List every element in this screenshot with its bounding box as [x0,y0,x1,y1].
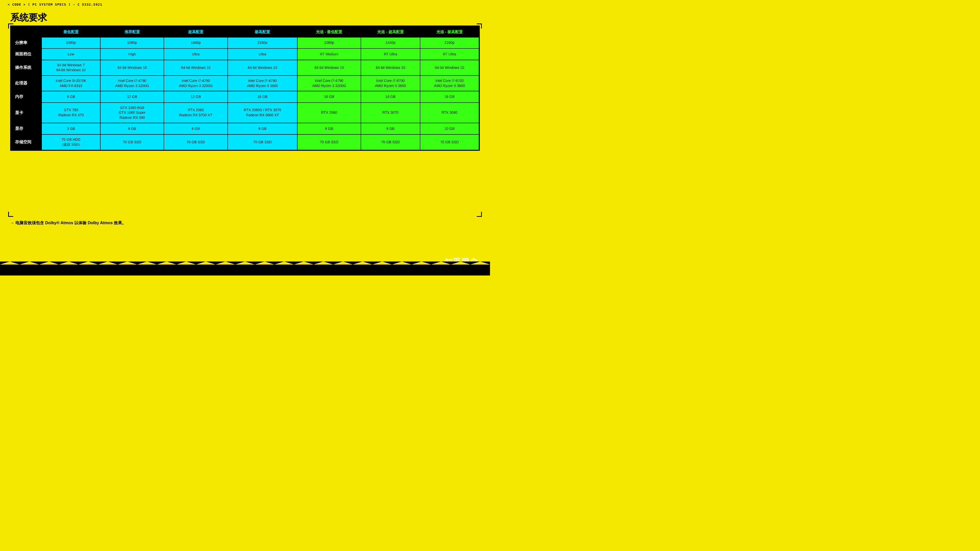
cell-4-0: 8 GB [41,91,100,102]
cell-2-4: 64-bit Windows 10 [298,60,361,76]
table-header-row: 最低配置 推荐配置 超高配置 极高配置 光追 - 最低配置 光追 - 超高配置 … [11,26,479,37]
cell-6-0: 3 GB [41,123,100,134]
row-label-0: 分辨率 [11,37,41,48]
table-row: 分辨率1080p1080p1440p2160p1080p1440p2160p [11,37,479,48]
cell-6-1: 6 GB [100,123,164,134]
cell-0-3: 2160p [228,37,298,48]
cell-0-1: 1080p [100,37,164,48]
cell-7-6: 70 GB SSD [420,135,479,150]
page-title: 系统要求 [10,11,47,24]
header-ultra: 超高配置 [164,26,228,37]
cell-7-5: 70 GB SSD [361,135,420,150]
table-row: 显存3 GB6 GB6 GB8 GB6 GB8 GB10 GB [11,123,479,134]
row-label-7: 存储空间 [11,135,41,150]
cell-7-3: 70 GB SSD [228,135,298,150]
table-row: 显卡GTX 780 Radeon RX 470GTX 1060 6GB GTX … [11,103,479,123]
cell-7-2: 70 GB SSD [164,135,228,150]
specs-table-container: 最低配置 推荐配置 超高配置 极高配置 光追 - 最低配置 光追 - 超高配置 … [10,25,480,151]
cell-1-5: RT Ultra [361,48,420,60]
cell-1-1: High [100,48,164,60]
header-recommended: 推荐配置 [100,26,164,37]
cell-3-4: Intel Core i7-4790 AMD Ryzen 3 3200G [298,76,361,91]
cell-6-6: 10 GB [420,123,479,134]
cell-2-2: 64-bit Windows 10 [164,60,228,76]
table-row: 处理器Intel Core i5-3570K AMD FX-8310Intel … [11,76,479,91]
row-label-2: 操作系统 [11,60,41,76]
header-rt-minimum: 光追 - 最低配置 [298,26,361,37]
table-row: 内存8 GB12 GB12 GB16 GB16 GB16 GB16 GB [11,91,479,102]
cell-6-3: 8 GB [228,123,298,134]
cell-2-5: 64-bit Windows 10 [361,60,420,76]
cell-4-2: 12 GB [164,91,228,102]
cell-0-4: 1080p [298,37,361,48]
row-label-4: 内存 [11,91,41,102]
cell-1-6: RT Ultra [420,48,479,60]
header-rt-extreme: 光追 - 极高配置 [420,26,479,37]
cell-7-1: 70 GB SSD [100,135,164,150]
cell-5-5: RTX 3070 [361,103,420,123]
cell-4-6: 16 GB [420,91,479,102]
specs-table: 最低配置 推荐配置 超高配置 极高配置 光追 - 最低配置 光追 - 超高配置 … [11,26,479,150]
cell-4-4: 16 GB [298,91,361,102]
cell-5-0: GTX 780 Radeon RX 470 [41,103,100,123]
row-label-1: 画面档位 [11,48,41,60]
cell-2-0: 64-bit Windows 7 64-bit Windows 10 [41,60,100,76]
cell-3-3: Intel Core i7-4790 AMD Ryzen 5 3600 [228,76,298,91]
cell-4-1: 12 GB [100,91,164,102]
cell-5-2: RTX 2060 Radeon RX 5700 XT [164,103,228,123]
table-row: 操作系统64-bit Windows 7 64-bit Windows 1064… [11,60,479,76]
footer-note: → 电脑音效须包含 Dolby® Atmos 以体验 Dolby Atmos 效… [10,221,126,226]
cell-4-3: 16 GB [228,91,298,102]
top-code-bar: < CODE > ( PC SYSTEM SPECS ) - C 5332.59… [8,3,102,6]
cell-5-1: GTX 1060 6GB GTX 1660 Super Radeon RX 59… [100,103,164,123]
cell-0-6: 2160p [420,37,479,48]
cell-1-3: Ultra [228,48,298,60]
cell-6-2: 6 GB [164,123,228,134]
header-empty [11,26,41,37]
cell-2-1: 64-bit Windows 10 [100,60,164,76]
cell-3-5: Intel Core i7-6700 AMD Ryzen 5 3600 [361,76,420,91]
cell-5-4: RTX 2060 [298,103,361,123]
cell-3-2: Intel Core i7-4790 AMD Ryzen 3 3200G [164,76,228,91]
cell-0-0: 1080p [41,37,100,48]
cell-7-4: 70 GB SSD [298,135,361,150]
bottom-decoration [0,262,490,275]
row-label-3: 处理器 [11,76,41,91]
cell-5-6: RTX 3080 [420,103,479,123]
cell-0-5: 1440p [361,37,420,48]
header-extreme: 极高配置 [228,26,298,37]
table-row: 画面档位LowHighUltraUltraRT MediumRT UltraRT… [11,48,479,60]
table-row: 存储空间70 GB HDD （建议 SSD）70 GB SSD70 GB SSD… [11,135,479,150]
cell-4-5: 16 GB [361,91,420,102]
cell-2-6: 64-bit Windows 10 [420,60,479,76]
cell-3-0: Intel Core i5-3570K AMD FX-8310 [41,76,100,91]
cell-5-3: RTX 2080S / RTX 3070 Radeon RX 6800 XT [228,103,298,123]
cell-1-2: Ultra [164,48,228,60]
cell-0-2: 1440p [164,37,228,48]
header-minimum: 最低配置 [41,26,100,37]
bracket-bottom-left [8,212,13,217]
cell-3-6: Intel Core i7-6700 AMD Ryzen 5 3600 [420,76,479,91]
row-label-6: 显存 [11,123,41,134]
cell-1-0: Low [41,48,100,60]
cell-7-0: 70 GB HDD （建议 SSD） [41,135,100,150]
row-label-5: 显卡 [11,103,41,123]
cell-6-5: 8 GB [361,123,420,134]
header-rt-ultra: 光追 - 超高配置 [361,26,420,37]
cell-6-4: 6 GB [298,123,361,134]
cell-1-4: RT Medium [298,48,361,60]
cell-3-1: Intel Core i7-4790 AMD Ryzen 3 3200G [100,76,164,91]
bracket-bottom-right [477,212,482,217]
cell-2-3: 64-bit Windows 10 [228,60,298,76]
